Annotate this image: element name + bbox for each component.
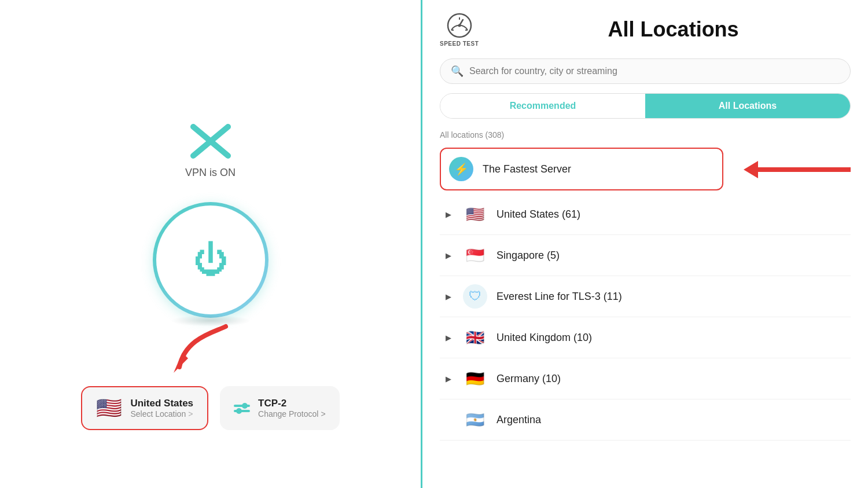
list-item[interactable]: ▶ 🇦🇷 Argentina — [440, 399, 851, 441]
protocol-info: TCP-2 Change Protocol > — [258, 398, 325, 419]
row-flag: 🇺🇸 — [463, 202, 487, 226]
location-card[interactable]: 🇺🇸 United States Select Location > — [81, 386, 208, 430]
speed-test-label: SPEED TEST — [440, 41, 479, 47]
row-country-name: United Kingdom (10) — [496, 332, 592, 344]
tabs-container: Recommended All Locations — [440, 93, 851, 119]
location-chevron: > — [188, 409, 193, 419]
vpn-status-label: VPN is ON — [185, 167, 236, 179]
power-ring[interactable]: ⏻ — [153, 202, 269, 318]
row-country-name: United States (61) — [496, 208, 580, 221]
location-flag: 🇺🇸 — [96, 398, 122, 419]
row-flag: 🇸🇬 — [463, 243, 487, 267]
locations-list: ⚡ The Fastest Server ▶ 🇺🇸 United States … — [440, 148, 851, 476]
locations-count: All locations (308) — [440, 128, 851, 142]
right-header: SPEED TEST All Locations — [440, 12, 851, 47]
fastest-server-label: The Fastest Server — [483, 163, 571, 175]
vpn-logo — [187, 124, 234, 161]
arrow-annotation-left — [168, 321, 237, 381]
row-chevron-icon: ▶ — [446, 375, 451, 383]
left-panel: VPN is ON ⏻ 🇺🇸 United States Select Loca… — [0, 0, 422, 488]
row-country-name: Singapore (5) — [496, 249, 560, 262]
list-item[interactable]: ▶ 🇺🇸 United States (61) — [440, 194, 851, 235]
list-item[interactable]: ▶ 🇸🇬 Singapore (5) — [440, 235, 851, 276]
all-locations-title: All Locations — [496, 17, 851, 42]
fastest-server-icon: ⚡ — [449, 157, 473, 181]
protocol-name: TCP-2 — [258, 398, 325, 409]
location-country-name: United States — [130, 398, 193, 409]
protocol-toggles-icon — [234, 405, 250, 412]
search-input[interactable] — [469, 66, 840, 76]
svg-marker-9 — [744, 161, 758, 178]
power-button-container: ⏻ — [153, 202, 269, 318]
row-chevron-icon: ▶ — [446, 333, 451, 342]
arrow-annotation-right — [735, 152, 851, 189]
power-icon: ⏻ — [193, 243, 228, 277]
location-info: United States Select Location > — [130, 398, 193, 419]
row-chevron-icon: ▶ — [446, 251, 451, 260]
fastest-server-row[interactable]: ⚡ The Fastest Server — [440, 148, 723, 190]
shield-icon: 🛡 — [463, 284, 487, 309]
list-item[interactable]: ▶ 🇩🇪 Germany (10) — [440, 358, 851, 399]
speed-test-section: SPEED TEST — [440, 12, 479, 47]
search-icon: 🔍 — [451, 65, 464, 78]
row-country-name: Argentina — [496, 414, 541, 426]
protocol-chevron: > — [321, 409, 325, 419]
location-sub-label: Select Location > — [130, 409, 193, 419]
list-item[interactable]: ▶ 🛡 Everest Line for TLS-3 (11) — [440, 276, 851, 317]
bottom-controls: 🇺🇸 United States Select Location > TCP-2 — [0, 386, 421, 430]
row-country-name: Everest Line for TLS-3 (11) — [496, 291, 622, 303]
search-bar[interactable]: 🔍 — [440, 58, 851, 84]
protocol-sub-label: Change Protocol > — [258, 409, 325, 419]
tab-recommended[interactable]: Recommended — [440, 94, 645, 118]
row-flag: 🇩🇪 — [463, 366, 487, 391]
row-country-name: Germany (10) — [496, 373, 561, 385]
row-flag: 🇦🇷 — [463, 408, 487, 432]
list-item[interactable]: ▶ 🇬🇧 United Kingdom (10) — [440, 317, 851, 358]
tab-all-locations[interactable]: All Locations — [645, 94, 850, 118]
row-flag: 🇬🇧 — [463, 325, 487, 350]
row-chevron-icon: ▶ — [446, 210, 451, 219]
protocol-card[interactable]: TCP-2 Change Protocol > — [220, 386, 339, 430]
right-panel: SPEED TEST All Locations 🔍 Recommended A… — [422, 0, 868, 488]
row-chevron-icon: ▶ — [446, 292, 451, 301]
